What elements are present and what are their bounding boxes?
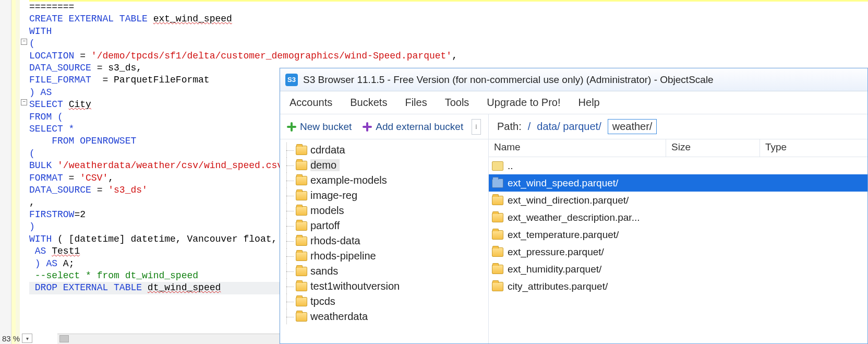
folder-icon: [296, 252, 307, 261]
menu-accounts[interactable]: Accounts: [290, 97, 332, 109]
tree-item-label: tpcds: [310, 295, 335, 307]
file-row[interactable]: ext_temperature.parquet/: [489, 226, 867, 243]
folder-icon: [296, 236, 307, 246]
scrollbar-thumb[interactable]: [59, 335, 69, 342]
toolbar-row: New bucket Add external bucket ⁞ Path: /…: [280, 114, 867, 139]
add-external-label: Add external bucket: [376, 121, 463, 133]
file-name: city_attributes.parquet/: [508, 281, 682, 292]
folder-icon: [296, 221, 307, 231]
folder-icon: [492, 282, 503, 291]
parent-folder-row[interactable]: ..: [489, 157, 867, 174]
window-titlebar[interactable]: S3 S3 Browser 11.1.5 - Free Version (for…: [280, 68, 867, 91]
window-title: S3 Browser 11.1.5 - Free Version (for no…: [303, 74, 714, 86]
menu-tools[interactable]: Tools: [445, 97, 469, 109]
folder-icon: [296, 191, 307, 200]
file-name: ext_pressure.parquet/: [508, 246, 682, 258]
tree-item-label: test1withoutversion: [310, 280, 400, 292]
tree-item[interactable]: partoff: [280, 218, 488, 233]
file-name: ..: [508, 160, 682, 172]
file-list[interactable]: ..ext_wind_speed.parquet/ext_wind_direct…: [489, 157, 867, 343]
tree-item-label: example-models: [310, 174, 387, 186]
tree-item[interactable]: rhods-data: [280, 233, 488, 248]
file-row[interactable]: city_attributes.parquet/: [489, 278, 867, 295]
zoom-control[interactable]: 83 % ▾: [2, 333, 32, 344]
menu-files[interactable]: Files: [405, 97, 427, 109]
tree-item[interactable]: models: [280, 203, 488, 218]
editor-gutter: [0, 0, 11, 344]
column-size[interactable]: Size: [666, 139, 760, 157]
file-row[interactable]: ext_wind_speed.parquet/: [489, 174, 867, 192]
tree-item[interactable]: example-models: [280, 173, 488, 188]
folder-icon: [492, 179, 503, 188]
tree-item-label: image-reg: [310, 189, 357, 201]
file-name: ext_wind_speed.parquet/: [508, 177, 682, 189]
file-row[interactable]: ext_weather_description.par...: [489, 209, 867, 226]
fold-column: [20, 0, 29, 344]
file-list-header: Name Size Type: [489, 139, 867, 157]
tree-item[interactable]: demo: [280, 158, 488, 173]
path-root[interactable]: /: [528, 121, 531, 133]
path-segment[interactable]: parquet/: [563, 121, 601, 132]
tree-item[interactable]: test1withoutversion: [280, 279, 488, 294]
folder-icon: [296, 146, 307, 155]
file-row[interactable]: ext_pressure.parquet/: [489, 243, 867, 260]
tree-item[interactable]: tpcds: [280, 294, 488, 309]
plus-icon: [362, 122, 372, 132]
tree-item-label: rhods-data: [310, 235, 360, 247]
file-row[interactable]: ext_wind_direction.parquet/: [489, 192, 867, 209]
fold-toggle[interactable]: −: [21, 39, 27, 45]
tree-item[interactable]: rhods-pipeline: [280, 248, 488, 264]
folder-icon: [296, 161, 307, 170]
tree-item[interactable]: cdrdata: [280, 143, 488, 158]
tree-item-label: weatherdata: [310, 311, 368, 323]
tree-item[interactable]: sands: [280, 264, 488, 279]
folder-icon: [296, 206, 307, 216]
menu-upgrade-to-pro-[interactable]: Upgrade to Pro!: [487, 97, 560, 109]
menu-help[interactable]: Help: [578, 97, 600, 109]
column-type[interactable]: Type: [760, 139, 867, 157]
file-name: ext_wind_direction.parquet/: [508, 195, 682, 206]
tree-item[interactable]: image-reg: [280, 188, 488, 203]
editor-margin-2: [16, 0, 20, 344]
file-name: ext_weather_description.par...: [508, 212, 682, 223]
tree-item-label: demo: [310, 159, 340, 171]
add-external-bucket-button[interactable]: Add external bucket: [358, 119, 467, 135]
file-row[interactable]: ext_humidity.parquet/: [489, 260, 867, 278]
tree-item-label: partoff: [310, 220, 340, 232]
app-icon: S3: [285, 74, 298, 86]
path-bar: Path: / data/ parquet/ weather/: [489, 114, 867, 139]
folder-icon: [492, 161, 503, 171]
s3-browser-window: S3 S3 Browser 11.1.5 - Free Version (for…: [280, 68, 868, 344]
path-current[interactable]: weather/: [608, 119, 657, 134]
folder-icon: [296, 282, 307, 291]
folder-icon: [296, 267, 307, 276]
editor-margin: [11, 0, 16, 344]
toolbar-overflow-button[interactable]: ⁞: [472, 119, 481, 135]
toolbar-left: New bucket Add external bucket ⁞: [280, 114, 489, 139]
tree-item-label: sands: [310, 265, 338, 277]
s3-body: cdrdatademoexample-modelsimage-regmodels…: [280, 139, 867, 343]
file-name: ext_temperature.parquet/: [508, 229, 682, 241]
tree-item[interactable]: weatherdata: [280, 309, 488, 324]
fold-toggle[interactable]: −: [21, 99, 27, 105]
tree-item-label: rhods-pipeline: [310, 250, 376, 262]
zoom-dropdown-icon[interactable]: ▾: [22, 334, 32, 343]
path-segment[interactable]: data/: [537, 121, 560, 132]
tree-item-label: cdrdata: [310, 144, 345, 156]
bucket-tree[interactable]: cdrdatademoexample-modelsimage-regmodels…: [280, 139, 489, 343]
file-name: ext_humidity.parquet/: [508, 264, 682, 275]
folder-icon: [492, 230, 503, 240]
new-bucket-button[interactable]: New bucket: [282, 119, 356, 135]
plus-icon: [286, 122, 297, 132]
folder-icon: [492, 265, 503, 274]
menu-buckets[interactable]: Buckets: [350, 97, 387, 109]
folder-icon: [492, 213, 503, 222]
new-bucket-label: New bucket: [300, 121, 352, 133]
menu-bar: AccountsBucketsFilesToolsUpgrade to Pro!…: [280, 91, 867, 114]
folder-icon: [492, 196, 503, 205]
folder-icon: [492, 247, 503, 257]
zoom-value: 83 %: [2, 334, 20, 343]
tree-item-label: models: [310, 205, 344, 217]
folder-icon: [296, 176, 307, 185]
column-name[interactable]: Name: [489, 139, 666, 157]
